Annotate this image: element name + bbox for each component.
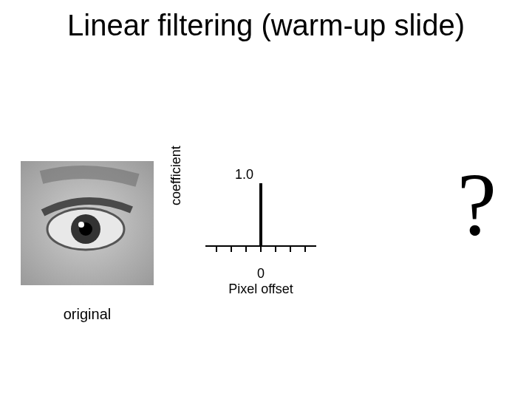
eye-image: [21, 161, 154, 285]
chart-xlabel-text: Pixel offset: [228, 282, 293, 296]
svg-point-4: [78, 222, 84, 228]
original-image-block: original: [21, 161, 154, 323]
result-question-mark: ?: [457, 154, 497, 256]
image-caption: original: [21, 306, 154, 323]
eye-image-svg: [21, 161, 154, 285]
chart-value-label: 1.0: [235, 167, 253, 183]
filter-chart: coefficient 1.0 0 Pixel offset: [183, 161, 331, 301]
chart-ylabel: coefficient: [168, 146, 184, 205]
chart-plot: [205, 161, 316, 257]
slide: Linear filtering (warm-up slide) origin: [0, 0, 532, 399]
slide-title: Linear filtering (warm-up slide): [0, 9, 532, 42]
chart-center-tick: 0: [257, 266, 265, 281]
chart-xlabel: 0 Pixel offset: [205, 266, 316, 297]
